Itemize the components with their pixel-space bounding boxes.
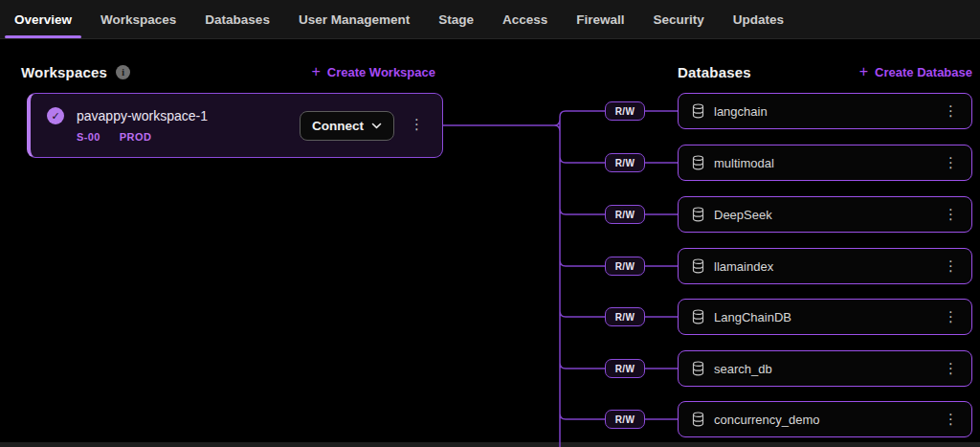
database-name: llamaindex bbox=[714, 259, 773, 274]
databases-header: Databases + Create Database bbox=[678, 59, 972, 84]
tab-workspaces[interactable]: Workspaces bbox=[86, 0, 190, 38]
tab-updates[interactable]: Updates bbox=[719, 0, 798, 38]
database-name: search_db bbox=[714, 362, 772, 376]
tab-label: Databases bbox=[205, 12, 270, 27]
workspaces-header: Workspaces i + Create Workspace bbox=[21, 59, 435, 84]
access-mode-badge: R/W bbox=[605, 153, 645, 172]
create-workspace-label: Create Workspace bbox=[327, 65, 435, 79]
console-page: OverviewWorkspacesDatabasesUser Manageme… bbox=[0, 0, 980, 447]
tab-overview[interactable]: Overview bbox=[0, 0, 86, 38]
connect-button-label: Connect bbox=[312, 119, 364, 133]
kebab-menu-icon[interactable]: ⋮ bbox=[944, 208, 958, 222]
tab-user-management[interactable]: User Management bbox=[284, 0, 424, 38]
database-card[interactable]: search_db⋮ bbox=[678, 350, 972, 387]
tab-label: Security bbox=[654, 12, 704, 27]
check-circle-icon: ✓ bbox=[47, 107, 64, 124]
create-workspace-button[interactable]: + Create Workspace bbox=[311, 64, 435, 79]
workspace-tag-size: S-00 bbox=[77, 131, 100, 143]
database-name: langchain bbox=[714, 104, 768, 119]
access-mode-badge: R/W bbox=[605, 205, 645, 224]
info-icon[interactable]: i bbox=[116, 65, 130, 79]
chevron-down-icon bbox=[371, 123, 382, 129]
database-card[interactable]: LangChainDB⋮ bbox=[678, 299, 972, 335]
database-icon bbox=[692, 361, 704, 376]
tab-label: Stage bbox=[438, 12, 474, 27]
workspace-card[interactable]: ✓ pavappy-workspace-1 S-00 PROD Connect … bbox=[27, 93, 443, 158]
tab-label: User Management bbox=[299, 12, 410, 27]
kebab-menu-icon[interactable]: ⋮ bbox=[944, 413, 958, 427]
kebab-menu-icon[interactable]: ⋮ bbox=[944, 156, 958, 170]
plus-icon: + bbox=[311, 64, 320, 79]
database-name: DeepSeek bbox=[714, 208, 772, 222]
tab-label: Workspaces bbox=[100, 12, 176, 27]
database-icon bbox=[692, 103, 704, 119]
tab-access[interactable]: Access bbox=[488, 0, 562, 38]
tab-stage[interactable]: Stage bbox=[424, 0, 488, 38]
access-mode-badge: R/W bbox=[605, 257, 645, 276]
database-icon bbox=[692, 155, 704, 170]
access-mode-badge: R/W bbox=[605, 307, 645, 326]
connect-button[interactable]: Connect bbox=[300, 111, 394, 141]
tab-firewall[interactable]: Firewall bbox=[562, 0, 638, 38]
plus-icon: + bbox=[859, 64, 868, 79]
tab-databases[interactable]: Databases bbox=[190, 0, 284, 38]
database-name: multimodal bbox=[714, 156, 774, 170]
kebab-menu-icon[interactable]: ⋮ bbox=[944, 259, 958, 274]
database-card[interactable]: langchain⋮ bbox=[678, 93, 972, 129]
database-card[interactable]: DeepSeek⋮ bbox=[678, 196, 972, 233]
database-icon bbox=[692, 309, 704, 324]
database-card[interactable]: llamaindex⋮ bbox=[678, 248, 972, 284]
tab-label: Access bbox=[502, 12, 547, 27]
active-tab-underline bbox=[5, 35, 81, 38]
kebab-menu-icon[interactable]: ⋮ bbox=[410, 118, 424, 132]
database-icon bbox=[692, 207, 704, 222]
tab-security[interactable]: Security bbox=[639, 0, 719, 38]
database-name: LangChainDB bbox=[714, 310, 791, 324]
workspaces-title-wrap: Workspaces i bbox=[21, 64, 130, 80]
database-name: concurrency_demo bbox=[714, 413, 820, 427]
databases-title: Databases bbox=[678, 64, 751, 80]
create-database-label: Create Database bbox=[875, 65, 972, 79]
workspace-tag-env: PROD bbox=[120, 131, 151, 143]
create-database-button[interactable]: + Create Database bbox=[859, 64, 972, 79]
workspace-tags: S-00 PROD bbox=[77, 131, 151, 143]
tab-label: Updates bbox=[733, 12, 784, 27]
top-nav: OverviewWorkspacesDatabasesUser Manageme… bbox=[0, 0, 980, 39]
database-icon bbox=[692, 258, 704, 274]
window-bottom-edge bbox=[0, 442, 980, 447]
access-mode-badge: R/W bbox=[605, 359, 645, 378]
kebab-menu-icon[interactable]: ⋮ bbox=[944, 104, 958, 119]
database-icon bbox=[692, 412, 704, 427]
access-mode-badge: R/W bbox=[605, 101, 645, 121]
kebab-menu-icon[interactable]: ⋮ bbox=[944, 310, 958, 324]
database-card[interactable]: concurrency_demo⋮ bbox=[678, 401, 972, 437]
workspace-name: pavappy-workspace-1 bbox=[77, 108, 208, 123]
tab-label: Overview bbox=[14, 12, 72, 27]
kebab-menu-icon[interactable]: ⋮ bbox=[944, 362, 958, 376]
workspaces-title: Workspaces bbox=[21, 64, 107, 80]
database-card[interactable]: multimodal⋮ bbox=[678, 145, 972, 181]
tab-label: Firewall bbox=[576, 12, 624, 27]
access-mode-badge: R/W bbox=[605, 410, 645, 429]
top-nav-tabs: OverviewWorkspacesDatabasesUser Manageme… bbox=[0, 0, 798, 38]
